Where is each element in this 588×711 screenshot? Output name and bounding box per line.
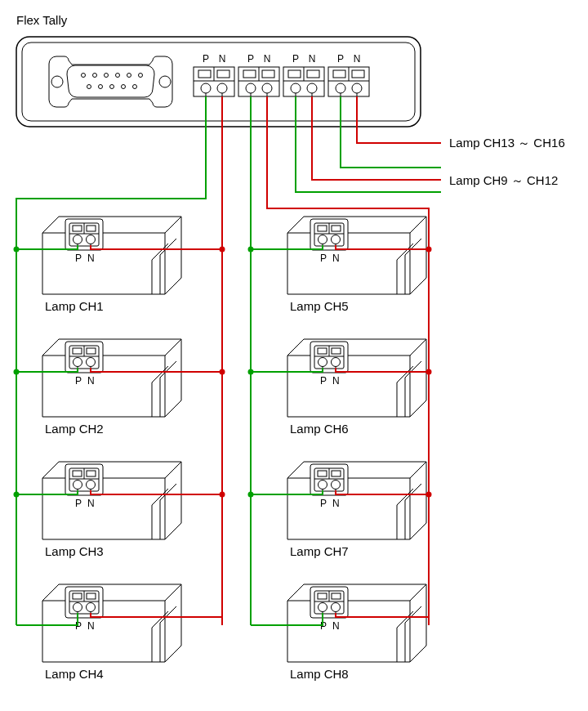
lamp-ch6: P N Lamp CH6 <box>248 339 432 436</box>
lamp-label: Lamp CH6 <box>290 422 349 436</box>
lamp-ch1: P N Lamp CH1 <box>14 217 225 313</box>
lamp-label: Lamp CH7 <box>290 544 349 558</box>
lamp-ch4: P N Lamp CH4 <box>16 584 222 681</box>
pn-label: N <box>87 620 95 632</box>
pn-label: N <box>332 620 340 632</box>
pn-label: N <box>264 53 271 65</box>
lamp-label: Lamp CH1 <box>45 299 104 313</box>
svg-point-68 <box>426 247 432 253</box>
pn-label: N <box>309 53 316 65</box>
dsub-connector-icon <box>49 56 172 107</box>
svg-point-12 <box>133 85 137 89</box>
svg-point-2 <box>82 74 86 78</box>
svg-point-3 <box>93 74 97 78</box>
pn-label: N <box>332 498 340 509</box>
svg-point-72 <box>426 492 432 498</box>
svg-point-8 <box>87 85 91 89</box>
main-unit: P N P N P N P N <box>16 37 421 127</box>
pn-label: N <box>87 253 95 264</box>
pn-label: P <box>292 53 299 65</box>
svg-point-67 <box>248 247 254 253</box>
lamp-label: Lamp CH4 <box>45 667 104 681</box>
svg-point-11 <box>122 85 126 89</box>
lamp-label: Lamp CH5 <box>290 299 349 313</box>
diagram-title: Flex Tally <box>16 13 68 27</box>
header-terminals: P N P N P N P N <box>194 53 369 96</box>
svg-point-70 <box>426 369 432 375</box>
lamp-label: Lamp CH2 <box>45 422 104 436</box>
svg-point-61 <box>14 247 20 253</box>
svg-point-7 <box>139 74 143 78</box>
pn-label: P <box>203 53 209 65</box>
lamp-ch3: P N Lamp CH3 <box>14 462 225 558</box>
svg-point-71 <box>248 492 254 498</box>
pn-label: P <box>247 53 254 65</box>
pn-label: P <box>320 253 327 264</box>
svg-point-14 <box>159 76 171 87</box>
wire-p-ch13-16 <box>341 96 441 168</box>
side-label-bottom: Lamp CH9 ～ CH12 <box>449 173 558 187</box>
pn-label: P <box>75 375 82 387</box>
svg-point-6 <box>127 74 131 78</box>
lamp-ch5: P N Lamp CH5 <box>248 217 432 313</box>
svg-point-69 <box>248 369 254 375</box>
lamp-ch7: P N Lamp CH7 <box>248 462 432 558</box>
svg-point-65 <box>14 492 20 498</box>
pn-label: N <box>219 53 226 65</box>
wire-p-ch9-12 <box>296 96 441 192</box>
pn-label: N <box>87 498 95 509</box>
svg-point-13 <box>51 76 63 87</box>
lamp-ch2: P N Lamp CH2 <box>14 339 225 436</box>
pn-label: P <box>337 53 344 65</box>
pn-label: N <box>354 53 361 65</box>
svg-point-64 <box>220 369 225 375</box>
pn-label: N <box>332 375 340 387</box>
svg-point-5 <box>116 74 120 78</box>
pn-label: P <box>320 375 327 387</box>
svg-point-62 <box>220 247 225 253</box>
lamp-label: Lamp CH3 <box>45 544 104 558</box>
pn-label: N <box>87 375 95 387</box>
pn-label: P <box>320 498 327 509</box>
wiring-diagram: Flex Tally P N P N P N P N <box>0 0 588 711</box>
side-label-top: Lamp CH13 ～ CH16 <box>449 136 565 150</box>
svg-point-9 <box>99 85 103 89</box>
pn-label: P <box>75 498 82 509</box>
pn-label: N <box>332 253 340 264</box>
lamp-ch8: P N Lamp CH8 <box>251 584 429 681</box>
pn-label: P <box>75 253 82 264</box>
svg-point-63 <box>14 369 20 375</box>
svg-point-4 <box>105 74 109 78</box>
svg-point-66 <box>220 492 225 498</box>
wire-n-ch13-16 <box>357 96 441 143</box>
svg-point-10 <box>110 85 114 89</box>
lamp-label: Lamp CH8 <box>290 667 349 681</box>
